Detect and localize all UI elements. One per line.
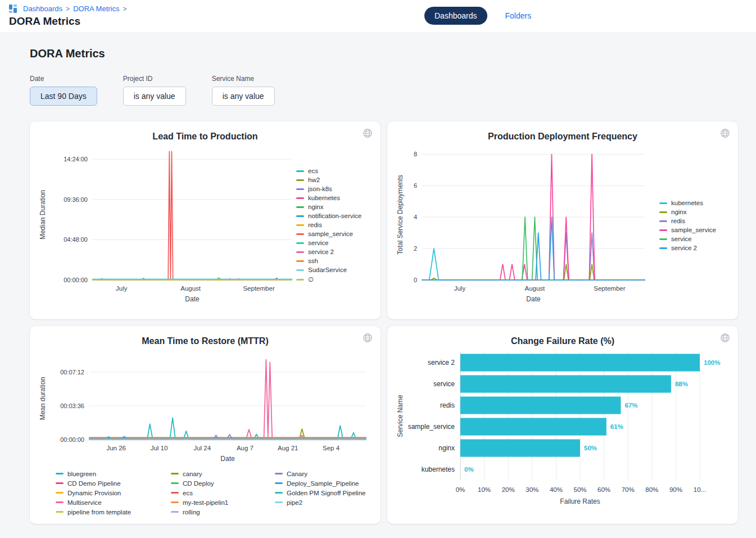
svg-text:8: 8 (414, 151, 417, 157)
legend-item[interactable]: rolling (171, 507, 275, 517)
legend-item[interactable]: ∅ (296, 275, 361, 283)
legend-label: ecs (183, 490, 193, 496)
legend-swatch (659, 220, 667, 222)
legend-item[interactable]: ecs (171, 488, 275, 498)
svg-text:70%: 70% (622, 486, 635, 493)
svg-text:30%: 30% (526, 486, 538, 493)
legend-item[interactable]: SudarService (296, 266, 361, 273)
legend-item[interactable]: CD Demo Pipeline (56, 478, 171, 488)
tab-folders[interactable]: Folders (505, 11, 532, 20)
legend-item[interactable]: sample_service (296, 230, 361, 237)
legend-item[interactable]: Canary (275, 469, 396, 478)
legend-item[interactable]: service (296, 239, 361, 246)
bar-chart-change-failure-rate[interactable]: 0%10%20%30%40%50%60%70%80%90%10...Failur… (395, 346, 729, 513)
legend-label: nginx (308, 204, 324, 210)
svg-text:2: 2 (414, 245, 417, 252)
legend-swatch (659, 247, 667, 249)
legend-label: bluegreen (67, 471, 96, 477)
legend-item[interactable]: service 2 (296, 248, 361, 255)
globe-icon[interactable] (720, 333, 730, 343)
filter-project-id-value-button[interactable]: is any value (123, 87, 186, 106)
filter-service-name-value-button[interactable]: is any value (212, 87, 275, 106)
legend-label: Deploy_Sample_Pipeline (287, 480, 359, 487)
legend-label: service 2 (308, 248, 334, 255)
globe-icon[interactable] (363, 128, 373, 138)
legend-swatch (296, 260, 304, 262)
filter-project-id-label: Project ID (123, 75, 186, 83)
tile-mean-time-to-restore: Mean Time to Restore (MTTR) 00:00:0000:0… (30, 326, 381, 524)
legend-swatch (171, 492, 179, 494)
legend-label: pipe2 (287, 499, 302, 506)
svg-text:100%: 100% (704, 359, 720, 366)
tiles-grid: Lead Time to Production 00:00:0004:48:00… (30, 121, 756, 524)
legend-swatch (171, 511, 179, 513)
chart-title-deployment-frequency: Production Deployment Frequency (395, 132, 730, 142)
globe-icon[interactable] (720, 128, 730, 138)
legend-item[interactable]: my-test-pipelin1 (171, 498, 275, 507)
tile-lead-time-to-production: Lead Time to Production 00:00:0004:48:00… (30, 121, 381, 319)
svg-text:Mean duration: Mean duration (39, 377, 47, 421)
breadcrumb-link-dashboards[interactable]: Dashboards (23, 4, 62, 13)
tab-dashboards[interactable]: Dashboards (424, 7, 487, 25)
legend-label: redis (308, 221, 322, 228)
legend-item[interactable]: kubernetes (296, 195, 361, 201)
legend-label: Dynamic Provision (67, 490, 121, 496)
legend-deployment-frequency: kubernetesnginxredissample_serviceservic… (649, 200, 716, 251)
legend-swatch (296, 188, 304, 190)
svg-text:0%: 0% (456, 486, 465, 493)
legend-item[interactable]: nginx (659, 209, 716, 215)
globe-icon[interactable] (363, 333, 373, 343)
svg-text:67%: 67% (624, 402, 637, 409)
legend-label: notification-service (308, 213, 361, 219)
legend-swatch (296, 233, 304, 235)
svg-text:July: July (116, 285, 128, 292)
legend-item[interactable]: Dynamic Provision (56, 488, 171, 498)
filter-project-id: Project ID is any value (123, 75, 186, 106)
legend-label: json-k8s (308, 186, 332, 192)
filter-date-value-button[interactable]: Last 90 Days (30, 87, 97, 106)
legend-item[interactable]: json-k8s (296, 186, 361, 192)
legend-item[interactable]: Golden PM Signoff Pipeline (275, 488, 396, 498)
legend-item[interactable]: service 2 (659, 245, 716, 251)
legend-item[interactable]: redis (296, 221, 361, 228)
svg-text:Jul 24: Jul 24 (193, 445, 211, 451)
svg-text:service: service (433, 380, 455, 388)
legend-label: service 2 (671, 245, 697, 251)
legend-item[interactable]: redis (659, 218, 716, 224)
legend-item[interactable]: nginx (296, 204, 361, 210)
legend-item[interactable]: sample_service (659, 227, 716, 233)
legend-item[interactable]: CD Deploy (171, 478, 275, 488)
svg-text:Date: Date (220, 455, 235, 463)
legend-item[interactable]: service (659, 236, 716, 242)
svg-text:Median Duration: Median Duration (39, 190, 47, 239)
svg-text:90%: 90% (669, 486, 682, 493)
svg-text:kubernetes: kubernetes (422, 465, 455, 473)
legend-item[interactable]: Multiservice (56, 498, 171, 507)
line-chart-lead-time[interactable]: 00:00:0004:48:0009:36:0014:24:00JulyAugu… (38, 142, 296, 309)
legend-item[interactable]: Deploy_Sample_Pipeline (275, 478, 396, 488)
legend-label: Canary (287, 471, 307, 477)
breadcrumb-link-dora-metrics[interactable]: DORA Metrics (73, 4, 119, 13)
svg-text:40%: 40% (550, 486, 563, 493)
legend-item[interactable]: bluegreen (56, 469, 171, 478)
filter-date-label: Date (30, 75, 97, 83)
legend-label: pipeline from template (67, 509, 131, 516)
legend-swatch (275, 492, 283, 494)
svg-text:6: 6 (414, 182, 417, 189)
legend-item[interactable]: ecs (296, 168, 361, 174)
svg-text:Total Service Deployments: Total Service Deployments (396, 175, 404, 255)
line-chart-mttr[interactable]: 00:00:0000:03:3600:07:12Jun 26Jul 10Jul … (38, 346, 372, 465)
legend-item[interactable]: kubernetes (659, 200, 716, 206)
svg-text:Jul 10: Jul 10 (151, 445, 168, 451)
legend-swatch (659, 202, 667, 204)
legend-item[interactable]: notification-service (296, 213, 361, 219)
legend-item[interactable]: ssh (296, 257, 361, 264)
legend-item[interactable]: hw2 (296, 177, 361, 183)
dashboard-grid-icon (9, 4, 17, 13)
legend-item[interactable]: pipe2 (275, 498, 396, 507)
legend-item[interactable]: canary (171, 469, 275, 478)
legend-swatch (296, 206, 304, 208)
line-chart-deployment-frequency[interactable]: 02468JulyAugustSeptemberDateTotal Servic… (395, 142, 649, 309)
legend-item[interactable]: pipeline from template (56, 507, 171, 517)
window-title: DORA Metrics (9, 15, 747, 28)
